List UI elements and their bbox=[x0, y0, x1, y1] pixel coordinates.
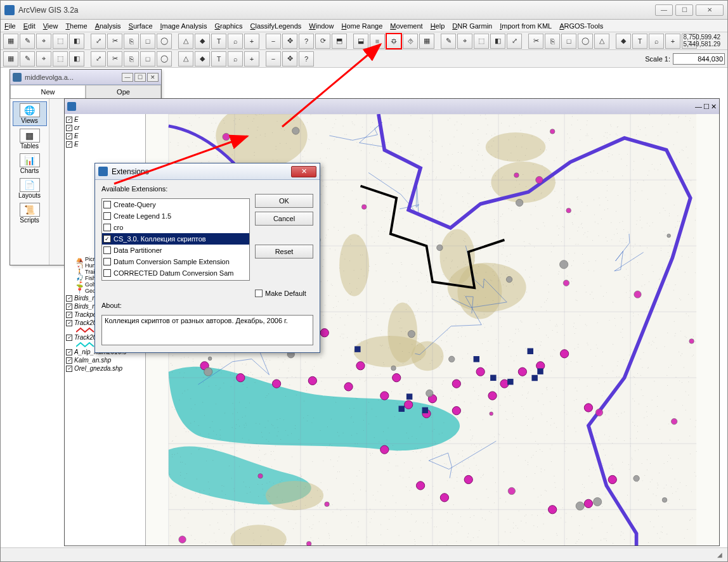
checkbox-icon[interactable]: ✓ bbox=[66, 141, 72, 148]
checkbox-icon[interactable]: ✓ bbox=[66, 295, 72, 302]
checkbox-icon[interactable]: ✓ bbox=[66, 312, 72, 318]
menu-analysis[interactable]: Analysis bbox=[95, 22, 121, 30]
view-maximize-button[interactable]: ☐ bbox=[703, 103, 710, 111]
checkbox-icon[interactable]: ✓ bbox=[66, 320, 72, 326]
dialog-titlebar[interactable]: Extensions ✕ bbox=[95, 163, 320, 180]
tool-button[interactable]: ✂ bbox=[107, 51, 122, 67]
tool-button[interactable]: □ bbox=[140, 34, 155, 49]
project-maximize-button[interactable]: ☐ bbox=[134, 73, 146, 82]
extension-checkbox[interactable] bbox=[103, 212, 111, 220]
tool-button[interactable]: △ bbox=[594, 34, 609, 49]
tool-button[interactable]: ⤢ bbox=[507, 34, 522, 49]
menu-view[interactable]: View bbox=[43, 22, 58, 30]
tool-button[interactable]: ◆ bbox=[616, 34, 631, 49]
checkbox-icon[interactable]: ✓ bbox=[66, 303, 72, 310]
tool-button[interactable]: ⌖ bbox=[457, 34, 472, 49]
project-minimize-button[interactable]: — bbox=[122, 73, 133, 82]
tool-button[interactable]: ⌕ bbox=[649, 34, 664, 49]
toc-layer[interactable]: ✓Kalm_an.shp bbox=[66, 356, 144, 364]
project-category-scripts[interactable]: 📜Scripts bbox=[13, 201, 47, 225]
checkbox-icon[interactable]: ✓ bbox=[66, 335, 72, 341]
menu-image-analysis[interactable]: Image Analysis bbox=[160, 22, 207, 30]
project-tab-new[interactable]: New bbox=[10, 85, 86, 98]
tool-button[interactable]: + bbox=[244, 34, 259, 49]
tool-button[interactable]: ✂ bbox=[107, 34, 122, 49]
menu-classifylegends[interactable]: ClassifyLegends bbox=[250, 22, 302, 30]
tool-button[interactable]: ⎘ bbox=[124, 34, 139, 49]
tool-button[interactable]: ⌖ bbox=[36, 51, 51, 67]
tool-button[interactable]: ◯ bbox=[157, 34, 172, 49]
tool-button[interactable]: ⬚ bbox=[474, 34, 489, 49]
tool-button[interactable]: ⤢ bbox=[91, 34, 106, 49]
project-category-layouts[interactable]: 📄Layouts bbox=[13, 177, 47, 200]
extension-row[interactable]: CORRECTED Datum Conversion Sam bbox=[102, 267, 249, 279]
view-close-button[interactable]: ✕ bbox=[711, 103, 717, 111]
tool-button[interactable]: + bbox=[244, 51, 259, 67]
tool-button[interactable]: ⯐ bbox=[386, 34, 401, 49]
project-titlebar[interactable]: middlevolga.a... — ☐ ✕ bbox=[10, 70, 161, 85]
tool-button[interactable]: ? bbox=[299, 51, 314, 67]
tool-button[interactable]: ✎ bbox=[20, 34, 35, 49]
tool-button[interactable]: ⎘ bbox=[545, 34, 560, 49]
make-default-check[interactable]: Make Default bbox=[255, 289, 313, 298]
tool-button[interactable]: ◯ bbox=[157, 51, 172, 67]
extensions-list[interactable]: Create-QueryCreate Legend 1.5cro✓CS_3.0.… bbox=[101, 198, 250, 281]
tool-button[interactable]: ▦ bbox=[3, 51, 18, 67]
extension-checkbox[interactable] bbox=[103, 246, 111, 254]
tool-button[interactable]: ⌕ bbox=[228, 34, 243, 49]
resize-grip-icon[interactable]: ◢ bbox=[717, 551, 722, 558]
tool-button[interactable]: ▦ bbox=[419, 34, 434, 49]
extension-row[interactable]: Data Partitioner bbox=[102, 245, 249, 256]
extension-row[interactable]: Datum Conversion Sample Extension bbox=[102, 256, 249, 267]
project-close-button[interactable]: ✕ bbox=[147, 73, 159, 82]
tool-button[interactable]: T bbox=[211, 51, 226, 67]
tool-button[interactable]: ✥ bbox=[282, 34, 297, 49]
menu-file[interactable]: File bbox=[4, 22, 16, 30]
tool-button[interactable]: ◧ bbox=[69, 51, 84, 67]
checkbox-icon[interactable]: ✓ bbox=[66, 366, 72, 372]
close-button[interactable] bbox=[696, 4, 724, 16]
ok-button[interactable]: OK bbox=[255, 194, 313, 208]
maximize-button[interactable] bbox=[675, 4, 693, 16]
toc-layer-placeholder[interactable]: ✓E bbox=[66, 115, 144, 124]
menu-edit[interactable]: Edit bbox=[23, 22, 36, 30]
project-category-tables[interactable]: ▦Tables bbox=[13, 127, 47, 151]
menu-dnr-garmin[interactable]: DNR Garmin bbox=[452, 22, 492, 30]
extension-row[interactable]: Create Legend 1.5 bbox=[102, 210, 249, 222]
tool-button[interactable]: ⯑ bbox=[403, 34, 418, 49]
extension-checkbox[interactable] bbox=[103, 201, 111, 208]
tool-button[interactable]: ✎ bbox=[20, 51, 35, 67]
menu-theme[interactable]: Theme bbox=[65, 22, 87, 30]
tool-button[interactable]: ⬚ bbox=[53, 51, 68, 67]
view-minimize-button[interactable]: — bbox=[695, 103, 702, 111]
toc-layer-placeholder[interactable]: ✓E bbox=[66, 132, 144, 140]
tool-button[interactable]: ? bbox=[299, 34, 314, 49]
minimize-button[interactable] bbox=[655, 4, 673, 16]
project-category-views[interactable]: 🌐Views bbox=[13, 101, 47, 126]
tool-button[interactable]: T bbox=[211, 34, 226, 49]
tool-button[interactable]: ◧ bbox=[69, 34, 84, 49]
tool-button[interactable]: ◧ bbox=[490, 34, 505, 49]
checkbox-icon[interactable]: ✓ bbox=[66, 125, 72, 131]
tool-button[interactable]: ▦ bbox=[3, 34, 18, 49]
menu-movement[interactable]: Movement bbox=[390, 22, 422, 30]
extension-row[interactable]: cro bbox=[102, 222, 249, 233]
tool-button[interactable]: □ bbox=[140, 51, 155, 67]
extensions-dialog[interactable]: Extensions ✕ Available Extensions: OK Ca… bbox=[94, 163, 320, 353]
menu-argos-tools[interactable]: ARGOS-Tools bbox=[559, 22, 603, 30]
tool-button[interactable]: ✥ bbox=[282, 51, 297, 67]
checkbox-icon[interactable]: ✓ bbox=[66, 117, 72, 123]
scale-input[interactable] bbox=[673, 53, 725, 65]
toc-layer[interactable]: ✓Orel_gnezda.shp bbox=[66, 364, 144, 373]
tool-button[interactable]: ✂ bbox=[528, 34, 543, 49]
extension-checkbox[interactable] bbox=[103, 269, 111, 277]
project-tab-open[interactable]: Ope bbox=[86, 85, 161, 98]
tool-button[interactable]: △ bbox=[178, 51, 193, 67]
view-titlebar[interactable]: — ☐ ✕ bbox=[65, 99, 719, 114]
checkbox-icon[interactable]: ✓ bbox=[66, 357, 72, 364]
tool-button[interactable]: ⌖ bbox=[36, 34, 51, 49]
tool-button[interactable]: □ bbox=[561, 34, 576, 49]
tool-button[interactable]: + bbox=[665, 34, 680, 49]
cancel-button[interactable]: Cancel bbox=[255, 212, 313, 226]
tool-button[interactable]: ⬓ bbox=[353, 34, 368, 49]
